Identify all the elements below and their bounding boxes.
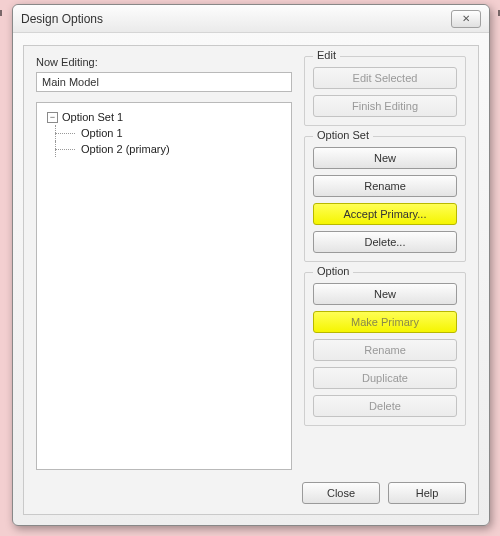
option-group: Option New Make Primary Rename Duplicate… bbox=[304, 272, 466, 426]
option-duplicate-button[interactable]: Duplicate bbox=[313, 367, 457, 389]
edit-group: Edit Edit Selected Finish Editing bbox=[304, 56, 466, 126]
tree-child-label: Option 1 bbox=[81, 127, 123, 139]
tree-child-row[interactable]: Option 2 (primary) bbox=[41, 141, 287, 157]
option-set-group: Option Set New Rename Accept Primary... … bbox=[304, 136, 466, 262]
tree-child-label: Option 2 (primary) bbox=[81, 143, 170, 155]
accept-primary-button[interactable]: Accept Primary... bbox=[313, 203, 457, 225]
now-editing-label: Now Editing: bbox=[36, 56, 292, 68]
make-primary-button[interactable]: Make Primary bbox=[313, 311, 457, 333]
window-title: Design Options bbox=[21, 12, 451, 26]
option-set-group-title: Option Set bbox=[313, 129, 373, 141]
option-group-title: Option bbox=[313, 265, 353, 277]
design-options-dialog: Design Options ✕ Now Editing: Main Model… bbox=[12, 4, 490, 526]
dialog-body: Now Editing: Main Model − Option Set 1 O… bbox=[23, 45, 479, 515]
option-set-delete-button[interactable]: Delete... bbox=[313, 231, 457, 253]
option-rename-button[interactable]: Rename bbox=[313, 339, 457, 361]
titlebar[interactable]: Design Options ✕ bbox=[13, 5, 489, 33]
close-icon[interactable]: ✕ bbox=[451, 10, 481, 28]
collapse-icon[interactable]: − bbox=[47, 112, 58, 123]
option-set-rename-button[interactable]: Rename bbox=[313, 175, 457, 197]
edit-selected-button[interactable]: Edit Selected bbox=[313, 67, 457, 89]
tree-root-row[interactable]: − Option Set 1 bbox=[41, 109, 287, 125]
finish-editing-button[interactable]: Finish Editing bbox=[313, 95, 457, 117]
tree-child-row[interactable]: Option 1 bbox=[41, 125, 287, 141]
option-tree[interactable]: − Option Set 1 Option 1 Option 2 (primar… bbox=[36, 102, 292, 470]
close-button[interactable]: Close bbox=[302, 482, 380, 504]
help-button[interactable]: Help bbox=[388, 482, 466, 504]
option-delete-button[interactable]: Delete bbox=[313, 395, 457, 417]
edit-group-title: Edit bbox=[313, 49, 340, 61]
now-editing-field[interactable]: Main Model bbox=[36, 72, 292, 92]
option-new-button[interactable]: New bbox=[313, 283, 457, 305]
option-set-new-button[interactable]: New bbox=[313, 147, 457, 169]
tree-root-label: Option Set 1 bbox=[62, 111, 123, 123]
